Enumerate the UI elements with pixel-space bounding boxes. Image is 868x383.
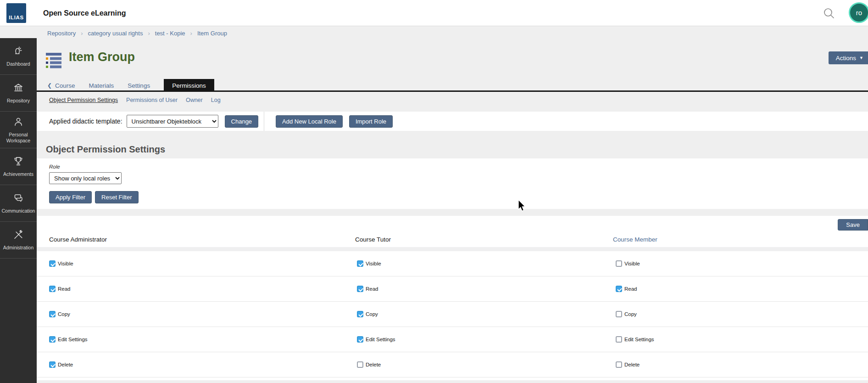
permission-label: Edit Settings (58, 337, 88, 342)
breadcrumb-link-test-kopie[interactable]: test - Kopie (155, 30, 185, 37)
ilias-logo-text: ILIAS (9, 15, 23, 20)
didactic-template-label: Applied didactic template: (49, 118, 122, 125)
tab-label: Settings (128, 82, 150, 89)
back-chevron-icon: ❮ (47, 82, 52, 89)
table-row-edit-settings: Edit Settings Edit Settings Edit Setting… (37, 327, 868, 352)
subtab-permissions-of-user[interactable]: Permissions of User (126, 97, 178, 103)
permission-label: Visible (58, 261, 73, 266)
subtab-object-permission-settings[interactable]: Object Permission Settings (49, 97, 118, 103)
top-header: ILIAS Open Source eLearning ro (0, 0, 868, 26)
permission-checkbox-read-tutor[interactable] (357, 286, 363, 292)
trophy-icon (12, 155, 24, 171)
import-role-button[interactable]: Import Role (349, 115, 393, 128)
sidebar-item-communication[interactable]: Communication (0, 185, 37, 222)
sidebar-item-label: Communication (2, 208, 35, 214)
permission-label: Delete (58, 362, 73, 367)
role-filter-select[interactable]: Show only local roles (49, 172, 122, 184)
tab-materials[interactable]: Materials (89, 82, 114, 89)
permission-rows: Visible Visible Visible Read (37, 251, 868, 377)
ilias-permissions-screen: ILIAS Open Source eLearning ro Dashboard… (0, 0, 868, 383)
chevron-right-icon: › (81, 30, 83, 37)
apply-filter-button[interactable]: Apply Filter (49, 191, 92, 203)
permission-label: Read (624, 286, 637, 292)
chevron-right-icon: › (148, 30, 150, 37)
permission-checkbox-delete-member[interactable] (616, 361, 622, 368)
permission-label: Copy (366, 311, 378, 317)
permission-checkbox-delete-tutor[interactable] (357, 361, 363, 368)
dashboard-icon (12, 45, 24, 61)
app-title: Open Source eLearning (43, 0, 126, 26)
permission-label: Edit Settings (624, 337, 654, 342)
table-header-row: Course Administrator Course Tutor Course… (37, 234, 868, 247)
person-icon (12, 116, 24, 132)
vertical-divider (264, 112, 264, 131)
permission-checkbox-visible-tutor[interactable] (357, 260, 363, 267)
permission-checkbox-copy-administrator[interactable] (49, 311, 56, 317)
tab-label: Materials (89, 82, 114, 89)
permission-checkbox-delete-administrator[interactable] (49, 361, 56, 368)
permission-label: Read (58, 286, 71, 292)
item-group-icon (45, 52, 63, 70)
filter-panel: Role Show only local roles Apply Filter … (37, 158, 868, 209)
permission-checkbox-edit-settings-tutor[interactable] (357, 336, 363, 343)
tab-settings[interactable]: Settings (128, 82, 150, 89)
subtab-owner[interactable]: Owner (186, 97, 203, 103)
tab-permissions[interactable]: Permissions (164, 79, 214, 92)
actions-button[interactable]: Actions ▼ (829, 51, 868, 64)
permissions-table-panel: Save Course Administrator Course Tutor C… (37, 216, 868, 380)
permission-checkbox-edit-settings-administrator[interactable] (49, 336, 56, 343)
permission-checkbox-copy-tutor[interactable] (357, 311, 363, 317)
permission-label: Edit Settings (366, 337, 395, 342)
chat-bubbles-icon (12, 192, 24, 208)
chevron-right-icon: › (190, 30, 192, 37)
permission-label: Delete (624, 362, 640, 367)
permission-checkbox-read-administrator[interactable] (49, 286, 56, 292)
tab-underline (37, 90, 868, 92)
sidebar-item-label: Dashboard (6, 61, 30, 67)
permission-label: Visible (366, 261, 381, 266)
permission-checkbox-visible-member[interactable] (616, 260, 622, 267)
breadcrumb-link-repository[interactable]: Repository (47, 30, 76, 37)
tab-label: Course (55, 82, 75, 89)
table-row-read: Read Read Read (37, 276, 868, 302)
permission-checkbox-copy-member[interactable] (616, 311, 622, 317)
page-title: Item Group (69, 50, 135, 64)
permission-checkbox-visible-administrator[interactable] (49, 260, 56, 267)
sidebar-item-personal-workspace[interactable]: Personal Workspace (0, 112, 37, 148)
ilias-logo[interactable]: ILIAS (6, 3, 26, 23)
table-header-separator (37, 247, 868, 251)
permission-label: Copy (58, 311, 70, 317)
permission-checkbox-edit-settings-member[interactable] (616, 336, 622, 343)
add-new-local-role-button[interactable]: Add New Local Role (276, 115, 343, 128)
sidebar-item-label: Repository (7, 98, 30, 104)
search-icon[interactable] (822, 6, 836, 20)
breadcrumb-link-category[interactable]: category usual rights (88, 30, 143, 37)
sidebar-item-administration[interactable]: Administration (0, 222, 37, 259)
sidebar-item-achievements[interactable]: Achievements (0, 148, 37, 185)
tab-bar: ❮ Course Materials Settings Permissions (47, 79, 214, 92)
save-button[interactable]: Save (838, 219, 868, 231)
permission-label: Copy (624, 311, 637, 317)
reset-filter-button[interactable]: Reset Filter (95, 191, 138, 203)
sidebar-item-repository[interactable]: Repository (0, 75, 37, 112)
tab-label: Permissions (172, 82, 206, 89)
subtab-bar: Object Permission Settings Permissions o… (49, 97, 221, 103)
avatar-initials: ro (856, 9, 862, 17)
permission-checkbox-read-member[interactable] (616, 286, 622, 292)
column-header-course-member-link[interactable]: Course Member (613, 236, 657, 243)
tab-course[interactable]: ❮ Course (47, 82, 75, 89)
permission-label: Visible (624, 261, 640, 266)
avatar[interactable]: ro (849, 2, 868, 23)
permission-label: Delete (366, 362, 381, 367)
filter-buttons: Apply Filter Reset Filter (49, 191, 139, 203)
table-row-delete: Delete Delete Delete (37, 352, 868, 377)
change-button[interactable]: Change (225, 115, 259, 128)
actions-button-label: Actions (836, 55, 856, 62)
permission-label: Read (366, 286, 378, 292)
breadcrumb-link-item-group[interactable]: Item Group (197, 30, 227, 37)
section-heading: Object Permission Settings (46, 144, 165, 155)
sidebar-item-dashboard[interactable]: Dashboard (0, 38, 37, 75)
didactic-template-select[interactable]: Unsichtbarer Objekteblock (127, 115, 218, 128)
repository-icon (12, 82, 24, 98)
subtab-log[interactable]: Log (211, 97, 221, 103)
